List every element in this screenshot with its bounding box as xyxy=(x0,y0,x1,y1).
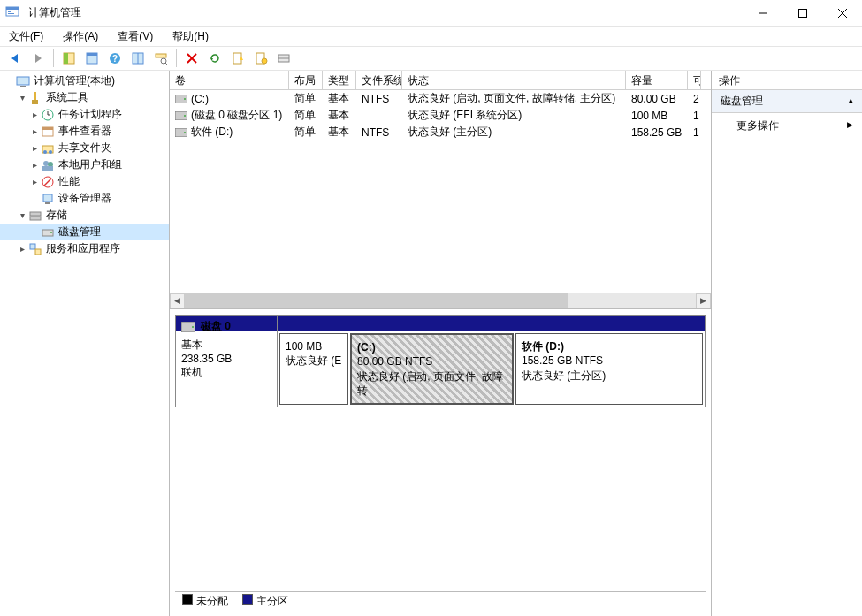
svg-rect-31 xyxy=(20,86,26,87)
cell-volume: (磁盘 0 磁盘分区 1) xyxy=(191,109,282,121)
tree-services-apps[interactable]: ▸ 服务和应用程序 xyxy=(0,240,169,257)
tree-device-manager-label: 设备管理器 xyxy=(58,191,111,206)
menu-action[interactable]: 操作(A) xyxy=(59,27,102,46)
svg-point-62 xyxy=(192,326,194,328)
cell-volume: 软件 (D:) xyxy=(191,125,233,138)
scroll-right-button[interactable]: ▶ xyxy=(696,293,711,308)
help-button[interactable]: ? xyxy=(105,49,125,68)
new-button[interactable] xyxy=(228,49,248,68)
volume-icon xyxy=(175,128,187,137)
chevron-right-icon[interactable]: ▸ xyxy=(28,110,41,119)
close-button[interactable] xyxy=(822,0,862,27)
disk-status: 联机 xyxy=(181,365,271,380)
legend-swatch-black xyxy=(182,594,193,605)
disk-icon xyxy=(41,225,55,240)
svg-rect-3 xyxy=(8,13,14,14)
tree-pane[interactable]: 计算机管理(本地) ▾ 系统工具 ▸ 任务计划程序 ▸ 事件查看器 ▸ 共享文件… xyxy=(0,71,170,616)
tree-performance-label: 性能 xyxy=(58,174,80,189)
chevron-down-icon[interactable]: ▾ xyxy=(16,210,28,220)
view-options-button[interactable] xyxy=(128,49,148,68)
menu-view[interactable]: 查看(V) xyxy=(114,27,156,46)
toolbar-separator xyxy=(176,49,177,67)
svg-point-42 xyxy=(43,161,49,166)
svg-rect-50 xyxy=(30,217,41,220)
settings-button[interactable] xyxy=(274,49,294,68)
header-status[interactable]: 状态 xyxy=(402,71,626,89)
tree-performance[interactable]: ▸ 性能 xyxy=(0,173,169,190)
cell-last: 1 xyxy=(688,126,701,139)
tree-device-manager[interactable]: 设备管理器 xyxy=(0,190,169,207)
list-body[interactable]: (C:) 简单 基本 NTFS 状态良好 (启动, 页面文件, 故障转储, 主分… xyxy=(170,90,711,293)
chevron-up-icon[interactable]: ▴ xyxy=(849,94,853,104)
cell-capacity: 100 MB xyxy=(626,110,688,122)
tree-task-scheduler[interactable]: ▸ 任务计划程序 xyxy=(0,106,169,123)
header-more[interactable]: 可 xyxy=(688,71,701,89)
minimize-button[interactable] xyxy=(743,0,782,27)
svg-point-56 xyxy=(184,98,186,100)
chevron-right-icon[interactable]: ▸ xyxy=(28,126,41,136)
header-filesystem[interactable]: 文件系统 xyxy=(356,71,402,89)
menu-help[interactable]: 帮助(H) xyxy=(169,27,212,46)
horizontal-scrollbar[interactable]: ◀ ▶ xyxy=(170,293,711,308)
svg-rect-48 xyxy=(45,202,50,204)
partition[interactable]: 100 MB 状态良好 (E xyxy=(279,333,348,405)
window-title: 计算机管理 xyxy=(28,5,743,20)
menu-file[interactable]: 文件(F) xyxy=(5,27,47,46)
cell-volume: (C:) xyxy=(191,93,209,105)
tree-disk-management[interactable]: 磁盘管理 xyxy=(0,224,169,240)
partition[interactable]: (C:) 80.00 GB NTFS 状态良好 (启动, 页面文件, 故障转 xyxy=(350,333,514,405)
tree-system-tools[interactable]: ▾ 系统工具 xyxy=(0,89,169,106)
list-row[interactable]: 软件 (D:) 简单 基本 NTFS 状态良好 (主分区) 158.25 GB … xyxy=(170,124,711,141)
scroll-thumb[interactable] xyxy=(185,293,568,308)
svg-rect-24 xyxy=(233,53,241,64)
list-row[interactable]: (磁盘 0 磁盘分区 1) 简单 基本 状态良好 (EFI 系统分区) 100 … xyxy=(170,107,711,124)
header-capacity[interactable]: 容量 xyxy=(626,71,688,89)
cell-status: 状态良好 (启动, 页面文件, 故障转储, 主分区) xyxy=(402,91,626,106)
partition[interactable]: 软件 (D:) 158.25 GB NTFS 状态良好 (主分区) xyxy=(515,333,703,405)
svg-rect-5 xyxy=(798,9,806,17)
actions-section[interactable]: 磁盘管理 ▴ xyxy=(712,90,862,113)
disk-name: 磁盘 0 xyxy=(201,319,231,334)
svg-text:?: ? xyxy=(112,54,118,64)
titlebar: 计算机管理 xyxy=(0,0,862,27)
maximize-button[interactable] xyxy=(782,0,822,27)
disk-row[interactable]: . 磁盘 0 基本 238.35 GB 联机 100 MB xyxy=(175,315,706,407)
show-hide-tree-button[interactable] xyxy=(59,49,79,68)
properties-button[interactable] xyxy=(82,49,102,68)
partition-size: 100 MB xyxy=(286,339,342,354)
tree-task-scheduler-label: 任务计划程序 xyxy=(58,107,122,122)
header-type[interactable]: 类型 xyxy=(323,71,356,89)
list-row[interactable]: (C:) 简单 基本 NTFS 状态良好 (启动, 页面文件, 故障转储, 主分… xyxy=(170,90,711,107)
tree-local-users[interactable]: ▸ 本地用户和组 xyxy=(0,156,169,173)
back-button[interactable] xyxy=(5,49,25,68)
tree-storage[interactable]: ▾ 存储 xyxy=(0,207,169,224)
header-layout[interactable]: 布局 xyxy=(289,71,323,89)
header-volume[interactable]: 卷 xyxy=(170,71,289,89)
actions-more-label: 更多操作 xyxy=(736,119,779,132)
scroll-track[interactable] xyxy=(185,293,696,308)
chevron-right-icon[interactable]: ▸ xyxy=(28,160,41,170)
chevron-right-icon[interactable]: ▸ xyxy=(16,244,28,254)
tree-shared-folders[interactable]: ▸ 共享文件夹 xyxy=(0,140,169,156)
disk-label-panel[interactable]: . 磁盘 0 基本 238.35 GB 联机 xyxy=(176,316,278,407)
tree-root-label: 计算机管理(本地) xyxy=(34,73,115,88)
legend: 未分配 主分区 xyxy=(175,591,706,611)
chevron-right-icon[interactable]: ▸ xyxy=(28,143,41,153)
actions-section-label: 磁盘管理 xyxy=(721,95,763,107)
refresh-button[interactable] xyxy=(205,49,225,68)
main-content: 计算机管理(本地) ▾ 系统工具 ▸ 任务计划程序 ▸ 事件查看器 ▸ 共享文件… xyxy=(0,71,862,616)
chevron-down-icon[interactable]: ▾ xyxy=(16,93,28,103)
svg-point-52 xyxy=(50,232,52,233)
filter-button[interactable] xyxy=(151,49,171,68)
svg-rect-1 xyxy=(6,7,19,10)
attach-button[interactable] xyxy=(251,49,271,68)
chevron-right-icon[interactable]: ▸ xyxy=(28,177,41,186)
forward-button[interactable] xyxy=(28,49,48,68)
delete-button[interactable] xyxy=(182,49,202,68)
actions-more[interactable]: 更多操作 ▶ xyxy=(712,113,862,139)
svg-rect-47 xyxy=(43,194,52,202)
tree-event-viewer[interactable]: ▸ 事件查看器 xyxy=(0,123,169,140)
scroll-left-button[interactable]: ◀ xyxy=(170,293,185,308)
tree-shared-folders-label: 共享文件夹 xyxy=(58,141,111,156)
tree-root[interactable]: 计算机管理(本地) xyxy=(0,72,169,89)
